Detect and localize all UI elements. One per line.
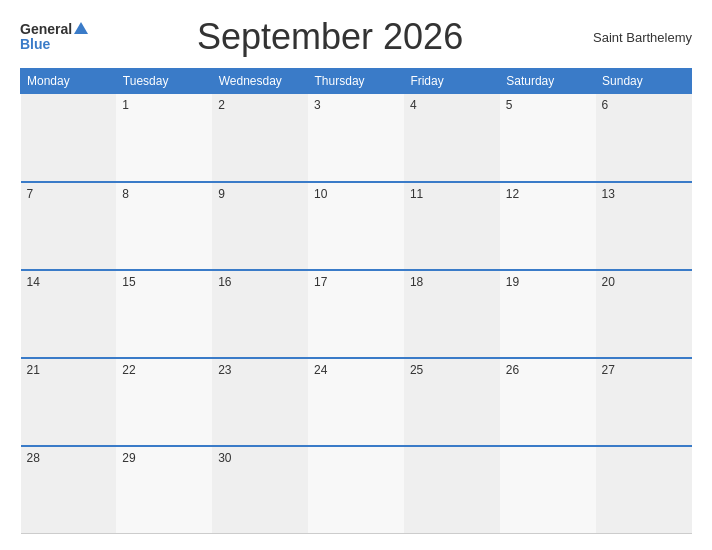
day-number: 7 xyxy=(27,187,34,201)
calendar-day-cell: 27 xyxy=(596,358,692,446)
calendar-header: General Blue September 2026 Saint Barthe… xyxy=(20,16,692,58)
calendar-day-cell: 20 xyxy=(596,270,692,358)
day-number: 17 xyxy=(314,275,327,289)
day-number: 22 xyxy=(122,363,135,377)
day-number: 9 xyxy=(218,187,225,201)
day-number: 21 xyxy=(27,363,40,377)
calendar-day-cell: 5 xyxy=(500,94,596,182)
day-number: 12 xyxy=(506,187,519,201)
day-number: 14 xyxy=(27,275,40,289)
logo-general-text: General xyxy=(20,22,72,37)
logo-blue-text: Blue xyxy=(20,37,50,52)
day-number: 25 xyxy=(410,363,423,377)
calendar-week-row: 78910111213 xyxy=(21,182,692,270)
day-number: 20 xyxy=(602,275,615,289)
region-label: Saint Barthelemy xyxy=(572,30,692,45)
day-number: 26 xyxy=(506,363,519,377)
calendar-day-cell: 8 xyxy=(116,182,212,270)
day-number: 24 xyxy=(314,363,327,377)
calendar-day-cell xyxy=(404,446,500,534)
day-number: 6 xyxy=(602,98,609,112)
day-number: 19 xyxy=(506,275,519,289)
day-number: 15 xyxy=(122,275,135,289)
calendar-day-cell xyxy=(21,94,117,182)
day-number: 11 xyxy=(410,187,423,201)
calendar-day-cell: 6 xyxy=(596,94,692,182)
calendar-day-cell: 22 xyxy=(116,358,212,446)
calendar-day-cell: 30 xyxy=(212,446,308,534)
calendar-day-cell: 1 xyxy=(116,94,212,182)
day-number: 5 xyxy=(506,98,513,112)
calendar-week-row: 123456 xyxy=(21,94,692,182)
day-number: 10 xyxy=(314,187,327,201)
calendar-week-row: 14151617181920 xyxy=(21,270,692,358)
day-of-week-header: Thursday xyxy=(308,69,404,94)
day-number: 29 xyxy=(122,451,135,465)
day-number: 4 xyxy=(410,98,417,112)
calendar-week-row: 282930 xyxy=(21,446,692,534)
calendar-day-cell xyxy=(596,446,692,534)
calendar-day-cell xyxy=(308,446,404,534)
calendar-day-cell: 10 xyxy=(308,182,404,270)
day-of-week-header: Tuesday xyxy=(116,69,212,94)
calendar-day-cell: 28 xyxy=(21,446,117,534)
day-number: 28 xyxy=(27,451,40,465)
calendar-week-row: 21222324252627 xyxy=(21,358,692,446)
calendar-day-cell: 17 xyxy=(308,270,404,358)
day-number: 8 xyxy=(122,187,129,201)
calendar-day-cell: 23 xyxy=(212,358,308,446)
day-number: 1 xyxy=(122,98,129,112)
calendar-day-cell: 7 xyxy=(21,182,117,270)
day-number: 23 xyxy=(218,363,231,377)
calendar-title: September 2026 xyxy=(88,16,572,58)
calendar-table: MondayTuesdayWednesdayThursdayFridaySatu… xyxy=(20,68,692,534)
day-of-week-header: Sunday xyxy=(596,69,692,94)
day-of-week-header: Wednesday xyxy=(212,69,308,94)
calendar-day-cell: 12 xyxy=(500,182,596,270)
calendar-day-cell: 3 xyxy=(308,94,404,182)
calendar-day-cell: 14 xyxy=(21,270,117,358)
calendar-day-cell: 2 xyxy=(212,94,308,182)
calendar-day-cell: 15 xyxy=(116,270,212,358)
calendar-day-cell: 16 xyxy=(212,270,308,358)
logo-triangle-icon xyxy=(74,22,88,34)
day-number: 13 xyxy=(602,187,615,201)
day-number: 27 xyxy=(602,363,615,377)
day-of-week-header: Friday xyxy=(404,69,500,94)
day-of-week-header: Monday xyxy=(21,69,117,94)
calendar-day-cell: 19 xyxy=(500,270,596,358)
day-number: 18 xyxy=(410,275,423,289)
calendar-day-cell: 25 xyxy=(404,358,500,446)
day-number: 30 xyxy=(218,451,231,465)
calendar-day-cell: 4 xyxy=(404,94,500,182)
logo: General Blue xyxy=(20,22,88,53)
calendar-day-cell: 24 xyxy=(308,358,404,446)
day-number: 16 xyxy=(218,275,231,289)
calendar-day-cell: 9 xyxy=(212,182,308,270)
calendar-header-row: MondayTuesdayWednesdayThursdayFridaySatu… xyxy=(21,69,692,94)
calendar-day-cell: 18 xyxy=(404,270,500,358)
calendar-day-cell xyxy=(500,446,596,534)
calendar-day-cell: 13 xyxy=(596,182,692,270)
day-of-week-header: Saturday xyxy=(500,69,596,94)
calendar-day-cell: 11 xyxy=(404,182,500,270)
day-number: 2 xyxy=(218,98,225,112)
calendar-day-cell: 26 xyxy=(500,358,596,446)
day-number: 3 xyxy=(314,98,321,112)
calendar-day-cell: 29 xyxy=(116,446,212,534)
calendar-day-cell: 21 xyxy=(21,358,117,446)
